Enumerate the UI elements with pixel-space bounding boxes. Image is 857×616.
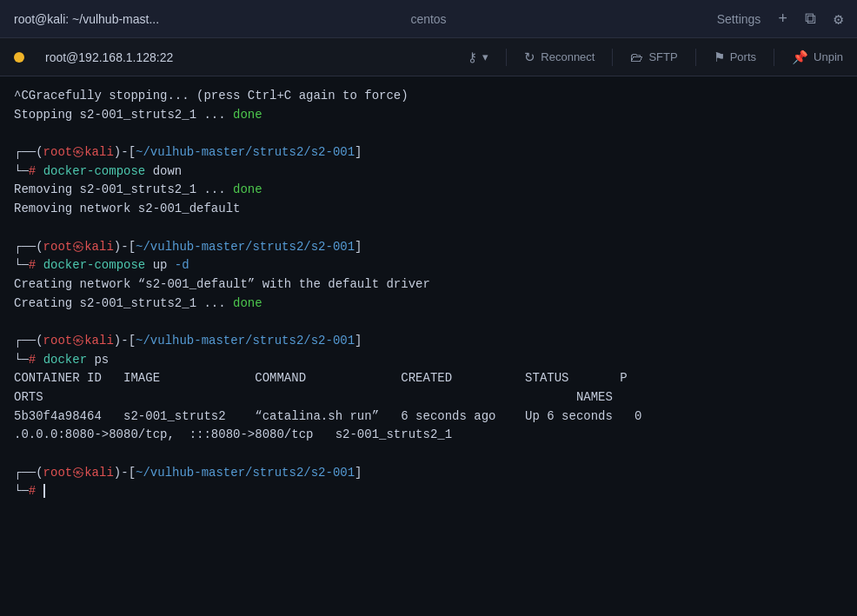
terminal-blank-2 (14, 219, 843, 238)
terminal-table-row-1: 5b30f4a98464 s2-001_struts2 “catalina.sh… (14, 407, 843, 427)
terminal-prompt-1: ┌──(root㉿kali)-[~/vulhub-master/struts2/… (14, 143, 843, 162)
window-icon[interactable]: ⧉ (805, 10, 816, 28)
titlebar-right: Settings + ⧉ ⚙ (567, 10, 843, 29)
terminal-prompt-3: ┌──(root㉿kali)-[~/vulhub-master/struts2/… (14, 332, 843, 351)
pin-icon: 📌 (792, 50, 808, 65)
terminal-text: Stopping s2-001_struts2_1 ... (14, 108, 233, 122)
terminal-line-2: Stopping s2-001_struts2_1 ... done (14, 106, 843, 125)
terminal-text: ^CGracefully stopping... (press Ctrl+C a… (14, 89, 409, 103)
unpin-label: Unpin (814, 50, 843, 63)
cursor (43, 484, 52, 498)
terminal-line-3: Removing s2-001_struts2_1 ... done (14, 181, 843, 200)
terminal-table-header: CONTAINER ID IMAGE COMMAND CREATED STATU… (14, 369, 843, 388)
plus-icon[interactable]: + (778, 10, 787, 28)
terminal-table-row-2: .0.0.0:8080->8080/tcp, :::8080->8080/tcp… (14, 426, 843, 445)
separator-4 (774, 49, 774, 66)
connection-bar: root@192.168.1.128:22 ⚷ ▾ ↻ Reconnect 🗁 … (0, 38, 857, 76)
separator-2 (612, 49, 613, 66)
terminal-line-5: Creating network “s2-001_default” with t… (14, 275, 843, 295)
terminal-area[interactable]: ^CGracefully stopping... (press Ctrl+C a… (0, 76, 857, 616)
ports-icon: ⚑ (714, 50, 725, 65)
ports-button[interactable]: ⚑ Ports (714, 50, 756, 65)
unpin-button[interactable]: 📌 Unpin (792, 50, 843, 65)
titlebar-tab-centos[interactable]: centos (410, 12, 446, 26)
terminal-blank-3 (14, 313, 843, 332)
connection-actions: ⚷ ▾ ↻ Reconnect 🗁 SFTP ⚑ Ports 📌 Unpin (468, 49, 843, 66)
titlebar-left: root@kali: ~/vulhub-mast... (14, 12, 290, 26)
terminal-blank-1 (14, 124, 843, 143)
separator-1 (506, 49, 507, 66)
ports-label: Ports (730, 50, 756, 63)
terminal-cmd-3: └─# docker ps (14, 351, 843, 370)
terminal-prompt-4: ┌──(root㉿kali)-[~/vulhub-master/struts2/… (14, 464, 843, 483)
reconnect-label: Reconnect (541, 50, 595, 63)
reconnect-button[interactable]: ↻ Reconnect (524, 50, 595, 65)
settings-label[interactable]: Settings (717, 12, 761, 26)
terminal-cmd-4: └─# (14, 482, 843, 501)
connection-status-dot (14, 52, 24, 63)
terminal-line-4: Removing network s2-001_default (14, 200, 843, 219)
titlebar-window-title: root@kali: ~/vulhub-mast... (14, 12, 159, 26)
reconnect-icon: ↻ (524, 50, 535, 65)
titlebar-center: centos (290, 12, 567, 26)
terminal-cmd-1: └─# docker-compose down (14, 162, 843, 182)
terminal-done: done (233, 108, 262, 122)
key-dropdown-icon: ▾ (482, 50, 488, 63)
connection-host: root@192.168.1.128:22 (45, 50, 173, 64)
sftp-icon: 🗁 (630, 50, 643, 64)
terminal-table-sub: ORTS NAMES (14, 388, 843, 407)
terminal-prompt-2: ┌──(root㉿kali)-[~/vulhub-master/struts2/… (14, 238, 843, 257)
key-icon: ⚷ (468, 50, 477, 65)
gear-icon[interactable]: ⚙ (834, 10, 843, 29)
sftp-button[interactable]: 🗁 SFTP (630, 50, 677, 64)
terminal-line-6: Creating s2-001_struts2_1 ... done (14, 295, 843, 314)
sftp-label: SFTP (648, 50, 677, 63)
titlebar: root@kali: ~/vulhub-mast... centos Setti… (0, 0, 857, 38)
terminal-line-1: ^CGracefully stopping... (press Ctrl+C a… (14, 87, 843, 106)
terminal-cmd-2: └─# docker-compose up -d (14, 256, 843, 275)
terminal-blank-4 (14, 445, 843, 464)
key-button[interactable]: ⚷ ▾ (468, 50, 488, 65)
separator-3 (695, 49, 696, 66)
